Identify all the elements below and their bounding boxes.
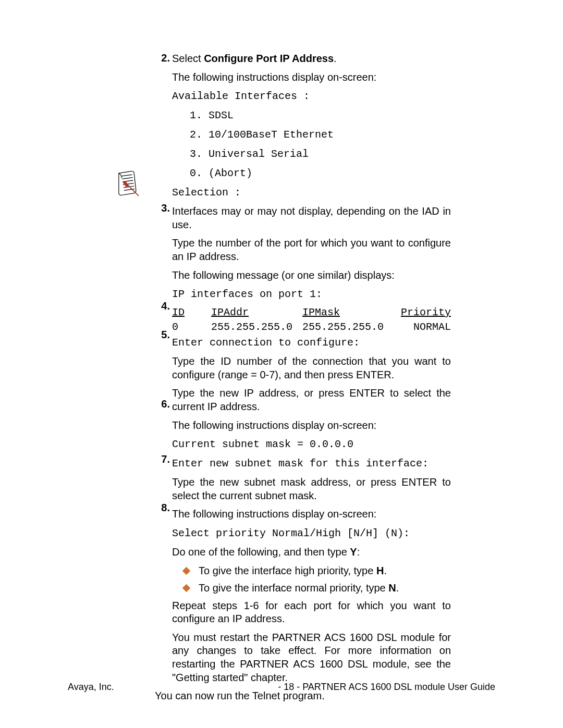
step6-line2: The following instructions display on-sc… [172, 508, 451, 521]
step2-select-line: Select Configure Port IP Address. [172, 52, 451, 66]
step-number-7: 7. [155, 453, 170, 465]
text-bold: N [388, 582, 396, 594]
mono-ip-interfaces: IP interfaces on port 1: [172, 287, 451, 301]
diamond-bullet-icon [182, 566, 191, 575]
step-number-3: 3. [155, 202, 170, 214]
text: . [334, 53, 337, 64]
bullet-normal-priority: To give the interface normal priority, t… [183, 582, 451, 595]
mono-selection: Selection : [172, 186, 451, 200]
footer-page-title: - 18 - PARTNER ACS 1600 DSL module User … [278, 682, 495, 693]
bullet-text: To give the interface normal priority, t… [199, 582, 399, 595]
step-number-4: 4. [155, 300, 170, 312]
step-number-5: 5. [155, 329, 170, 341]
text: : [357, 546, 360, 558]
step-number-2: 2. [155, 52, 170, 64]
ip-table-header: ID IPAddr IPMask Priority [172, 306, 451, 318]
mono-option-3: 3. Universal Serial [190, 147, 451, 161]
footer-page-number: - 18 - [278, 682, 302, 692]
text-bold: Configure Port IP Address [204, 53, 334, 64]
text: Select [172, 53, 204, 64]
th-id: ID [172, 306, 203, 318]
text: . [396, 582, 399, 594]
step5-line2: The following instructions display on-sc… [172, 419, 451, 433]
text: Do one of the following, and then type [172, 546, 350, 558]
footer-guide-title: PARTNER ACS 1600 DSL module User Guide [302, 682, 495, 692]
td-ipaddr: 255.255.255.0 [211, 321, 295, 333]
page: 2. 3. 4. 5. 6. 7. 8. Select Configure Po… [0, 0, 563, 728]
step6-line1: Type the new subnet mask address, or pre… [172, 476, 451, 502]
th-priority: Priority [394, 306, 451, 318]
step-number-8: 8. [155, 502, 170, 514]
bullet-text: To give the interface high priority, typ… [199, 564, 387, 578]
mono-current-subnet: Current subnet mask = 0.0.0.0 [172, 437, 451, 451]
mono-option-2: 2. 10/100BaseT Ethernet [190, 128, 451, 142]
step8-line1: Repeat steps 1-6 for each port for which… [172, 599, 451, 626]
step-number-6: 6. [155, 398, 170, 410]
mono-available-interfaces: Available Interfaces : [172, 89, 451, 103]
th-ipmask: IPMask [302, 306, 386, 318]
text: To give the interface normal priority, t… [199, 582, 388, 594]
step8-line2: You must restart the PARTNER ACS 1600 DS… [172, 631, 451, 684]
footer-company: Avaya, Inc. [68, 682, 114, 693]
step5-line1: Type the new IP address, or press ENTER … [172, 387, 451, 413]
text: . [384, 565, 387, 576]
step2-instruction: The following instructions display on-sc… [172, 71, 451, 84]
td-id: 0 [172, 321, 203, 333]
mono-enter-connection: Enter connection to configure: [172, 336, 451, 350]
step4-text: Type the ID number of the connection tha… [172, 355, 451, 381]
th-ipaddr: IPAddr [211, 306, 295, 318]
step3-line1: Type the number of the port for which yo… [172, 237, 451, 263]
bullet-high-priority: To give the interface high priority, typ… [183, 564, 451, 578]
step2-note: Interfaces may or may not display, depen… [172, 205, 451, 231]
text-bold: Y [350, 546, 357, 558]
td-ipmask: 255.255.255.0 [302, 321, 386, 333]
content: Select Configure Port IP Address. The fo… [172, 52, 451, 708]
text-bold: H [376, 565, 384, 576]
ip-table-row: 0 255.255.255.0 255.255.255.0 NORMAL [172, 321, 451, 333]
note-icon [112, 169, 141, 198]
text: To give the interface high priority, typ… [199, 565, 376, 576]
page-footer: Avaya, Inc. - 18 - PARTNER ACS 1600 DSL … [68, 682, 495, 693]
step7-line1: Do one of the following, and then type Y… [172, 546, 451, 559]
step3-line2: The following message (or one similar) d… [172, 269, 451, 282]
td-priority: NORMAL [394, 321, 451, 333]
mono-select-priority: Select priority Normal/High [N/H] (N): [172, 526, 451, 540]
mono-enter-subnet: Enter new subnet mask for this interface… [172, 456, 451, 471]
mono-option-0: 0. (Abort) [190, 166, 451, 180]
mono-option-1: 1. SDSL [190, 108, 451, 122]
diamond-bullet-icon [182, 584, 191, 593]
